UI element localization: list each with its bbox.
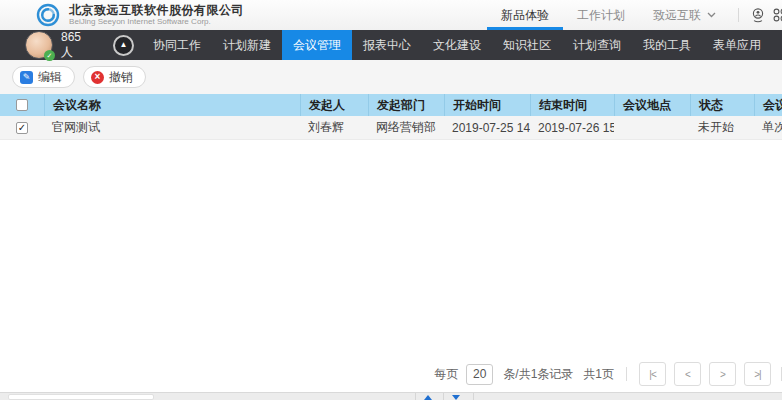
company-name-zh: 北京致远互联软件股份有限公司 bbox=[69, 4, 244, 17]
strip-divider bbox=[473, 393, 474, 400]
nav-item-label: 我的工具 bbox=[643, 37, 691, 54]
topbar-divider bbox=[738, 8, 739, 22]
nav-item-label: 知识社区 bbox=[503, 37, 551, 54]
nav-item-plan-query[interactable]: 计划查询 bbox=[562, 30, 632, 60]
first-page-button[interactable]: |< bbox=[639, 362, 666, 386]
collapse-up-arrow-icon[interactable] bbox=[424, 395, 432, 400]
list-toolbar: ✎ 编辑 × 撤销 bbox=[0, 60, 782, 94]
col-start-time[interactable]: 开始时间 bbox=[444, 94, 530, 116]
top-link-work-plan[interactable]: 工作计划 bbox=[563, 0, 639, 30]
per-page-label: 每页 bbox=[434, 366, 458, 383]
cell-meeting-type: 单次会议 bbox=[754, 119, 782, 136]
member-count[interactable]: 865人 bbox=[61, 30, 81, 61]
strip-divider bbox=[415, 393, 416, 400]
nav-item-label: 协同工作 bbox=[153, 37, 201, 54]
col-initiator[interactable]: 发起人 bbox=[300, 94, 368, 116]
cell-meeting-name[interactable]: 官网测试 bbox=[44, 119, 300, 136]
nav-item-culture[interactable]: 文化建设 bbox=[422, 30, 492, 60]
a-circle-icon[interactable]: ▲ bbox=[113, 35, 134, 56]
user-avatar[interactable]: ✓ bbox=[25, 31, 53, 59]
col-meeting-name[interactable]: 会议名称 bbox=[44, 94, 300, 116]
nav-item-label: 会议管理 bbox=[293, 37, 341, 54]
header-checkbox-cell bbox=[0, 94, 44, 116]
select-all-checkbox[interactable] bbox=[16, 99, 28, 111]
chevron-down-icon bbox=[707, 12, 716, 18]
next-page-button[interactable]: > bbox=[709, 362, 736, 386]
content-filler bbox=[0, 140, 782, 356]
cell-start-time: 2019-07-25 14:30 bbox=[444, 121, 530, 135]
records-label: 条/共1条记录 bbox=[503, 366, 573, 383]
hscrollbar-thumb[interactable] bbox=[8, 394, 154, 400]
strip-divider bbox=[443, 393, 444, 400]
nav-item-form-app[interactable]: 表单应用 bbox=[702, 30, 772, 60]
nav-item-label: 文化建设 bbox=[433, 37, 481, 54]
col-end-time[interactable]: 结束时间 bbox=[530, 94, 614, 116]
nav-item-cockpit[interactable]: 协同驾驶舱 bbox=[772, 30, 782, 60]
nav-item-label: 表单应用 bbox=[713, 37, 761, 54]
edit-icon: ✎ bbox=[20, 71, 33, 84]
top-link-seeyon-dropdown[interactable]: 致远互联 bbox=[639, 0, 730, 30]
revoke-icon: × bbox=[91, 71, 104, 84]
cell-end-time: 2019-07-26 15:30 bbox=[530, 121, 614, 135]
row-checkbox[interactable]: ✓ bbox=[16, 122, 28, 134]
top-bar: 北京致远互联软件股份有限公司 BeiJing Seeyon Internet S… bbox=[0, 0, 782, 30]
apps-grid-icon[interactable] bbox=[769, 4, 782, 26]
topbar-right: 新品体验 工作计划 致远互联 bbox=[487, 0, 782, 30]
collapse-down-arrow-icon[interactable] bbox=[452, 395, 460, 400]
last-page-button[interactable]: >| bbox=[744, 362, 771, 386]
prev-page-button[interactable]: < bbox=[674, 362, 701, 386]
table-header-row: 会议名称 发起人 发起部门 开始时间 结束时间 会议地点 状态 会议类型 bbox=[0, 94, 782, 116]
col-meeting-type[interactable]: 会议类型 bbox=[754, 94, 782, 116]
seeyon-logo-icon bbox=[36, 3, 60, 27]
total-pages-label: 共1页 bbox=[583, 366, 614, 383]
company-name-en: BeiJing Seeyon Internet Software Corp. bbox=[69, 17, 235, 25]
nav-item-label: 计划新建 bbox=[223, 37, 271, 54]
cell-status: 未开始 bbox=[690, 119, 754, 136]
member-location-icon[interactable] bbox=[747, 4, 769, 26]
nav-item-report-center[interactable]: 报表中心 bbox=[352, 30, 422, 60]
col-status[interactable]: 状态 bbox=[690, 94, 754, 116]
nav-item-meeting-management[interactable]: 会议管理 bbox=[282, 30, 352, 60]
col-department[interactable]: 发起部门 bbox=[368, 94, 444, 116]
main-nav-bar: ✓ 865人 ▲ 协同工作 计划新建 会议管理 报表中心 文化建设 知识社区 计… bbox=[0, 30, 782, 60]
top-link-label: 致远互联 bbox=[653, 7, 701, 24]
bottom-scroll-strip bbox=[0, 392, 782, 400]
revoke-button-label: 撤销 bbox=[109, 69, 133, 86]
company-title: 北京致远互联软件股份有限公司 BeiJing Seeyon Internet S… bbox=[69, 4, 244, 26]
edit-button-label: 编辑 bbox=[38, 69, 62, 86]
table-row[interactable]: ✓ 官网测试 刘春辉 网络营销部 2019-07-25 14:30 2019-0… bbox=[0, 116, 782, 140]
pagination-divider bbox=[626, 367, 627, 381]
top-link-label: 新品体验 bbox=[501, 7, 549, 24]
nav-items: 协同工作 计划新建 会议管理 报表中心 文化建设 知识社区 计划查询 我的工具 … bbox=[142, 30, 782, 60]
cell-initiator: 刘春辉 bbox=[300, 119, 368, 136]
row-checkbox-cell: ✓ bbox=[0, 122, 44, 134]
online-check-badge-icon: ✓ bbox=[44, 50, 55, 61]
top-link-label: 工作计划 bbox=[577, 7, 625, 24]
nav-item-knowledge-community[interactable]: 知识社区 bbox=[492, 30, 562, 60]
cell-department: 网络营销部 bbox=[368, 119, 444, 136]
pagination-bar: 每页 条/共1条记录 共1页 |< < > >| bbox=[0, 356, 782, 392]
nav-item-plan-new[interactable]: 计划新建 bbox=[212, 30, 282, 60]
edit-button[interactable]: ✎ 编辑 bbox=[12, 66, 75, 88]
col-location[interactable]: 会议地点 bbox=[614, 94, 690, 116]
meeting-table: 会议名称 发起人 发起部门 开始时间 结束时间 会议地点 状态 会议类型 ✓ 官… bbox=[0, 94, 782, 140]
nav-item-my-tools[interactable]: 我的工具 bbox=[632, 30, 702, 60]
top-link-new-experience[interactable]: 新品体验 bbox=[487, 0, 563, 30]
nav-item-label: 报表中心 bbox=[363, 37, 411, 54]
revoke-button[interactable]: × 撤销 bbox=[83, 66, 146, 88]
nav-item-label: 计划查询 bbox=[573, 37, 621, 54]
nav-item-collaboration[interactable]: 协同工作 bbox=[142, 30, 212, 60]
per-page-input[interactable] bbox=[466, 364, 493, 385]
